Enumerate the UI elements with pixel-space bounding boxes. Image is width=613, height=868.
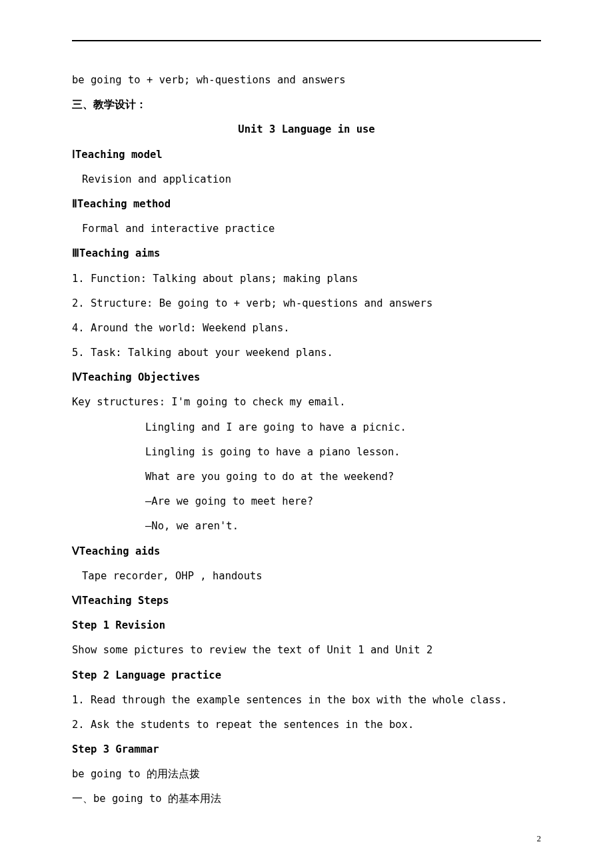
unit-title: Unit 3 Language in use: [72, 117, 541, 142]
teaching-aims-heading: ⅢTeaching aims: [72, 241, 541, 266]
key-structures-lead: Key structures: I'm going to check my em…: [72, 390, 541, 415]
step-title: Step 3 Grammar: [72, 737, 541, 762]
teaching-aids-body: Tape recorder, OHP , handouts: [72, 564, 541, 589]
step-line: 一、be going to 的基本用法: [72, 787, 541, 811]
top-rule: [72, 40, 541, 41]
key-structures-line: —Are we going to meet here?: [72, 489, 541, 514]
page-number: 2: [537, 833, 542, 844]
teaching-model-heading: ⅠTeaching model: [72, 143, 541, 167]
teaching-method-body: Formal and interactive practice: [72, 217, 541, 241]
teaching-aims-item: 5. Task: Talking about your weekend plan…: [72, 341, 541, 365]
step-title: Step 2 Language practice: [72, 663, 541, 688]
step-line: Show some pictures to review the text of…: [72, 638, 541, 663]
teaching-aids-heading: ⅤTeaching aids: [72, 539, 541, 564]
key-structures-line: —No, we aren't.: [72, 514, 541, 539]
teaching-method-heading: ⅡTeaching method: [72, 192, 541, 217]
teaching-steps-heading: ⅥTeaching Steps: [72, 589, 541, 613]
teaching-aims-item: 2. Structure: Be going to + verb; wh-que…: [72, 291, 541, 316]
step-line: 1. Read through the example sentences in…: [72, 688, 541, 713]
key-structures-line: What are you going to do at the weekend?: [72, 465, 541, 489]
teaching-objectives-heading: ⅣTeaching Objectives: [72, 365, 541, 390]
step-line: be going to 的用法点拨: [72, 762, 541, 787]
key-structures-line: Lingling is going to have a piano lesson…: [72, 440, 541, 465]
teaching-aims-item: 1. Function: Talking about plans; making…: [72, 267, 541, 291]
step-line: 2. Ask the students to repeat the senten…: [72, 713, 541, 737]
teaching-aims-item: 4. Around the world: Weekend plans.: [72, 316, 541, 341]
line-top: be going to + verb; wh-questions and ans…: [72, 68, 541, 93]
section3-heading: 三、教学设计：: [72, 93, 541, 117]
key-structures-line: Lingling and I are going to have a picni…: [72, 415, 541, 440]
step-title: Step 1 Revision: [72, 613, 541, 638]
teaching-model-body: Revision and application: [72, 167, 541, 192]
